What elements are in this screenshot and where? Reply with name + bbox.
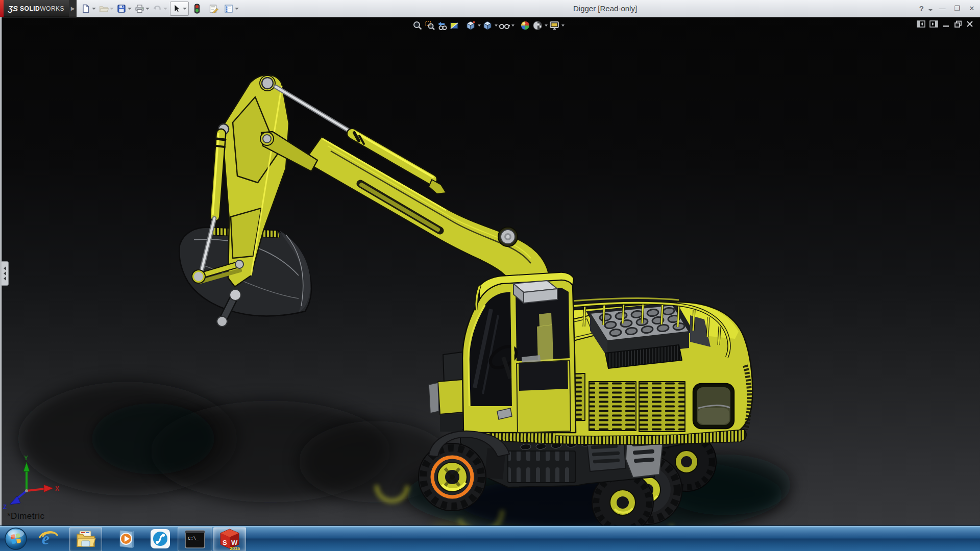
file-properties-button[interactable]	[208, 4, 218, 14]
boom-pivot-boss	[498, 227, 518, 246]
share-app-icon	[150, 529, 170, 549]
rear-window	[693, 384, 734, 429]
display-style-icon[interactable]	[481, 19, 494, 32]
undo-icon	[152, 4, 162, 14]
zoom-to-fit-icon[interactable]	[411, 19, 424, 32]
logo-accent-bar	[0, 0, 4, 17]
brand-text: SOLIDWORKS	[20, 5, 64, 12]
taskbar-command-prompt[interactable]: C:\_	[178, 527, 212, 551]
triad-x-label: X	[55, 485, 59, 492]
quick-access-toolbar	[81, 0, 241, 17]
command-prompt-icon: C:\_	[184, 530, 206, 549]
new-button[interactable]	[81, 4, 96, 14]
taskbar-windows-explorer[interactable]	[69, 527, 102, 551]
doc-close-button[interactable]	[966, 20, 974, 30]
open-dropdown[interactable]	[109, 4, 114, 14]
edit-appearance-icon[interactable]	[519, 19, 531, 32]
expand-pane-icon[interactable]	[929, 20, 939, 30]
window-title: Digger [Read-only]	[573, 4, 637, 13]
3ds-logo-mark: ƷS	[8, 4, 18, 13]
hide-show-items-dropdown[interactable]	[510, 19, 515, 32]
save-floppy-icon	[116, 4, 127, 14]
minimize-button[interactable]: —	[937, 5, 947, 12]
view-orientation-dropdown[interactable]	[477, 19, 481, 32]
solidworks-logo[interactable]: ƷS SOLIDWORKS	[4, 0, 69, 17]
windows-orb-icon	[4, 527, 28, 550]
apply-scene-dropdown[interactable]	[544, 19, 548, 32]
options-dropdown[interactable]	[234, 4, 239, 14]
select-dropdown[interactable]	[182, 4, 187, 14]
boom-tip-pin	[262, 78, 273, 89]
model-scene[interactable]: Y X Z	[0, 0, 980, 551]
section-view-icon[interactable]	[448, 19, 460, 32]
taskbar-internet-explorer[interactable]: e	[36, 527, 61, 550]
headsup-view-toolbar	[411, 19, 565, 32]
svg-text:S: S	[223, 539, 227, 546]
undo-button[interactable]	[152, 4, 168, 14]
taskbar-media-player[interactable]	[113, 527, 140, 550]
folder-icon	[76, 530, 96, 549]
print-dropdown[interactable]	[144, 4, 150, 14]
graphics-viewport[interactable]: Y X Z	[0, 17, 980, 525]
svg-text:2015: 2015	[230, 546, 240, 550]
help-button[interactable]: ?	[919, 4, 924, 13]
document-window-controls	[917, 20, 974, 30]
desktop: Y X Z	[0, 0, 980, 551]
options-icon	[224, 4, 234, 14]
select-tool-pressed[interactable]	[170, 2, 189, 16]
taskbar-share-app[interactable]	[147, 527, 174, 550]
select-cursor-icon	[172, 4, 182, 14]
view-orientation-icon[interactable]	[464, 19, 477, 32]
new-document-icon	[81, 4, 91, 14]
side-grille-3	[639, 382, 685, 432]
view-settings-dropdown[interactable]	[560, 19, 565, 32]
hide-show-items-icon[interactable]	[498, 19, 510, 32]
title-bar: ƷS SOLIDWORKS ▶	[0, 0, 980, 17]
windows-taskbar: e	[0, 525, 980, 551]
front-mount	[429, 352, 463, 432]
start-button[interactable]	[4, 527, 28, 550]
open-button[interactable]	[99, 4, 114, 14]
media-player-icon	[116, 528, 137, 549]
traffic-light-icon	[192, 4, 202, 14]
printer-icon	[134, 4, 144, 14]
print-button[interactable]	[134, 4, 150, 14]
rebuild-button[interactable]	[192, 4, 202, 14]
undo-dropdown[interactable]	[162, 4, 168, 14]
taskbar-solidworks[interactable]: S W 2015	[213, 527, 246, 551]
file-properties-icon	[208, 4, 218, 14]
doc-restore-button[interactable]	[954, 20, 962, 30]
triad-z-label: Z	[3, 504, 7, 511]
close-button[interactable]: ✕	[967, 5, 977, 12]
side-grille-2	[589, 382, 636, 431]
new-dropdown[interactable]	[91, 4, 96, 14]
window-controls: ? — ❐ ✕	[919, 0, 977, 17]
restore-button[interactable]: ❐	[952, 5, 962, 12]
svg-text:C:\_: C:\_	[188, 536, 199, 541]
view-orientation-label: *Dimetric	[7, 511, 44, 521]
doc-minimize-button[interactable]	[942, 20, 950, 30]
save-button[interactable]	[116, 4, 132, 14]
roof-box	[513, 281, 557, 303]
svg-text:W: W	[231, 539, 238, 546]
previous-view-icon[interactable]	[436, 19, 448, 32]
open-folder-icon	[99, 4, 109, 14]
menu-flyout-arrow[interactable]: ▶	[69, 0, 77, 17]
solidworks-2015-icon: S W 2015	[218, 528, 241, 550]
triad-y-label: Y	[24, 455, 28, 462]
expand-feature-pane-tab[interactable]	[2, 261, 9, 286]
save-dropdown[interactable]	[127, 4, 132, 14]
apply-scene-icon[interactable]	[531, 19, 544, 32]
cab[interactable]	[462, 272, 576, 433]
help-dropdown[interactable]	[928, 4, 933, 13]
options-button[interactable]	[224, 4, 239, 14]
zoom-to-area-icon[interactable]	[424, 19, 436, 32]
internet-explorer-icon: e	[38, 528, 59, 549]
collapse-pane-icon[interactable]	[917, 20, 926, 30]
view-settings-icon[interactable]	[548, 19, 560, 32]
chassis-vent-panel	[508, 451, 575, 483]
display-style-dropdown[interactable]	[494, 19, 498, 32]
